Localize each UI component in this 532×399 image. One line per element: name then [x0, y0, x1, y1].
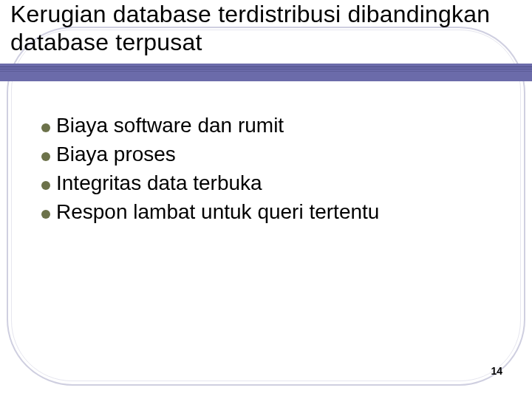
list-item-text: Respon lambat untuk queri tertentu [56, 199, 379, 225]
list-item-text: Biaya proses [56, 141, 176, 167]
page-title: Kerugian database terdistribusi dibandin… [10, 0, 522, 57]
slide: Kerugian database terdistribusi dibandin… [0, 0, 532, 399]
bullet-icon [41, 181, 50, 190]
list-item: Integritas data terbuka [41, 170, 488, 196]
list-item-text: Integritas data terbuka [56, 170, 262, 196]
bullet-icon [41, 210, 50, 219]
title-wrap: Kerugian database terdistribusi dibandin… [10, 0, 522, 57]
content-list: Biaya software dan rumit Biaya proses In… [41, 112, 488, 228]
list-item: Biaya software dan rumit [41, 112, 488, 138]
bullet-icon [41, 123, 50, 132]
list-item-text: Biaya software dan rumit [56, 112, 284, 138]
list-item: Biaya proses [41, 141, 488, 167]
bullet-icon [41, 152, 50, 161]
list-item: Respon lambat untuk queri tertentu [41, 199, 488, 225]
header-bar [0, 64, 532, 81]
page-number: 14 [491, 365, 502, 377]
